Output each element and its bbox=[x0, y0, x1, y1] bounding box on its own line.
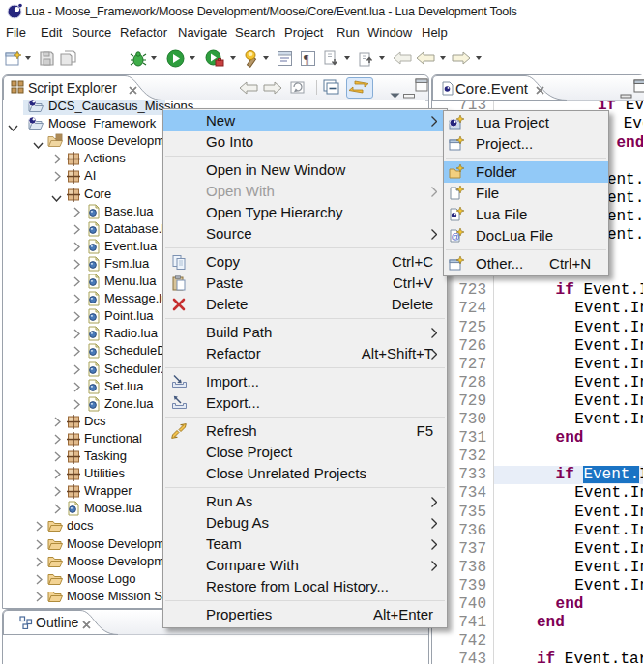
svg-text:¶: ¶ bbox=[304, 52, 309, 66]
